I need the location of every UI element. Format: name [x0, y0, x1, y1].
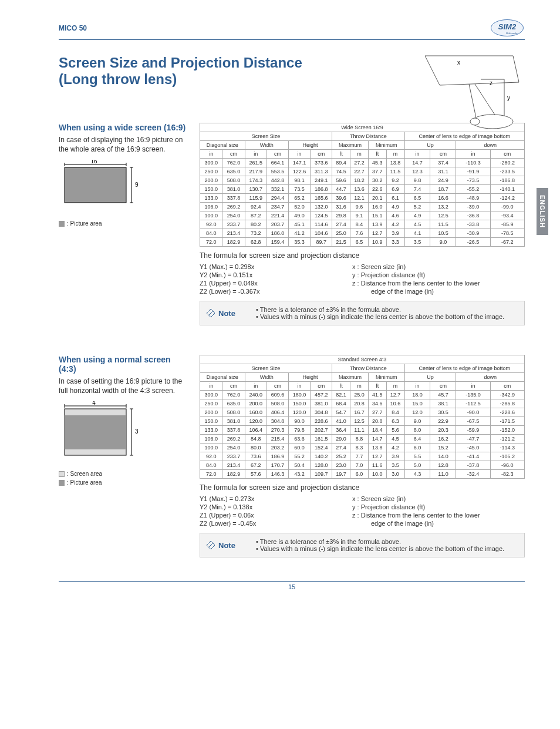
- aspect-4-3-diagram: 4 3: [59, 401, 147, 460]
- sidetag: ENGLISH: [537, 188, 548, 235]
- units-row: incmincmincmftmftmincmincm: [200, 382, 525, 391]
- note-box: Note There is a tolerance of ±3% in the …: [200, 533, 525, 557]
- table-row: 300.0762.0261.5664.1147.1373.689.427.245…: [200, 159, 525, 167]
- svg-text:Multimedia: Multimedia: [506, 32, 518, 35]
- model-label: MICO 50: [59, 24, 87, 32]
- table-row: 300.0762.0240.0609.6180.0457.282.125.041…: [200, 391, 525, 399]
- table-row: 92.0233.780.2203.745.1114.627.48.413.94.…: [200, 220, 525, 229]
- table-row: 72.0182.957.6146.343.2109.719.76.010.03.…: [200, 470, 525, 479]
- wide-content: Wide Screen 16:9 Screen Size Throw Dista…: [200, 123, 525, 325]
- wide-heading: When using a wide screen (16:9): [59, 123, 188, 132]
- note-box: Note There is a tolerance of ±3% in the …: [200, 301, 525, 325]
- table-row: 150.0381.0130.7332.173.5186.844.713.622.…: [200, 185, 525, 194]
- svg-text:16: 16: [90, 160, 97, 164]
- svg-text:y: y: [507, 95, 510, 101]
- header: MICO 50 SIM2 Multimedia: [59, 18, 525, 40]
- table-row: 200.0508.0174.3442.898.1249.159.618.230.…: [200, 176, 525, 185]
- table-row: 106.0269.284.8215.463.6161.529.08.814.74…: [200, 435, 525, 444]
- sim2-logo: SIM2 Multimedia: [490, 18, 525, 38]
- svg-text:SIM2: SIM2: [498, 22, 517, 31]
- table-body: 300.0762.0240.0609.6180.0457.282.125.041…: [200, 391, 525, 479]
- svg-marker-3: [425, 56, 519, 85]
- norm-content: Standard Screen 4:3 Screen Size Throw Di…: [200, 355, 525, 557]
- norm-heading: When using a normal screen (4:3): [59, 355, 188, 374]
- svg-line-35: [209, 543, 212, 547]
- table-row: 250.0635.0200.0508.0150.0381.068.420.834…: [200, 399, 525, 408]
- table-row: 106.0269.292.4234.752.0132.031.69.616.04…: [200, 203, 525, 211]
- svg-text:9: 9: [135, 182, 139, 188]
- svg-line-23: [209, 311, 212, 315]
- table-row: 250.0635.0217.9553.5122.6311.374.522.737…: [200, 167, 525, 176]
- units-row: incmincmincmftmftmincmincm: [200, 150, 525, 159]
- table-row: 200.0508.0160.0406.4120.0304.854.716.727…: [200, 408, 525, 417]
- norm-sidebar: When using a normal screen (4:3) In case…: [59, 355, 188, 557]
- projection-diagram: x z y: [407, 50, 525, 129]
- svg-rect-17: [65, 167, 126, 203]
- aspect-16-9-diagram: 16 9: [59, 160, 147, 210]
- page-title: Screen Size and Projection Distance (Lon…: [59, 55, 340, 88]
- svg-line-5: [475, 84, 497, 117]
- svg-text:3: 3: [135, 428, 139, 435]
- svg-text:z: z: [490, 80, 492, 86]
- page-number: 15: [59, 581, 525, 590]
- legend-picture: : Picture area: [59, 220, 188, 227]
- svg-text:x: x: [457, 59, 460, 66]
- table-row: 100.0254.087.2221.449.0124.529.89.115.14…: [200, 211, 525, 220]
- formula-title: The formula for screen size and projecti…: [200, 251, 525, 260]
- table-row: 84.0213.473.2186.041.2104.625.07.612.73.…: [200, 229, 525, 238]
- table-body: 300.0762.0261.5664.1147.1373.689.427.245…: [200, 159, 525, 247]
- table-row: 133.0337.8106.4270.379.8202.736.411.118.…: [200, 426, 525, 435]
- wide-table: Wide Screen 16:9 Screen Size Throw Dista…: [200, 123, 525, 247]
- table-row: 72.0182.962.8159.435.389.721.56.510.93.3…: [200, 238, 525, 247]
- legend-screen: : Screen area: [59, 471, 188, 477]
- note-icon: Note: [206, 538, 256, 552]
- table-row: 150.0381.0120.0304.890.0228.641.012.520.…: [200, 417, 525, 426]
- norm-table: Standard Screen 4:3 Screen Size Throw Di…: [200, 355, 525, 479]
- norm-desc: In case of setting the 16:9 picture to t…: [59, 377, 188, 395]
- table-row: 92.0233.773.6186.955.2140.225.27.712.73.…: [200, 452, 525, 461]
- wide-desc: In case of displaying the 16:9 picture o…: [59, 135, 188, 154]
- table-row: 133.0337.8115.9294.465.2165.639.612.120.…: [200, 194, 525, 203]
- svg-text:4: 4: [92, 401, 96, 406]
- svg-rect-29: [65, 415, 126, 449]
- table-row: 84.0213.467.2170.750.4128.023.07.011.63.…: [200, 461, 525, 470]
- legend-picture: : Picture area: [59, 479, 188, 486]
- note-icon: Note: [206, 306, 256, 320]
- wide-sidebar: When using a wide screen (16:9) In case …: [59, 123, 188, 325]
- svg-point-12: [470, 118, 480, 125]
- table-row: 100.0254.080.0203.260.0152.427.48.313.84…: [200, 444, 525, 452]
- formula-title: The formula for screen size and projecti…: [200, 483, 525, 492]
